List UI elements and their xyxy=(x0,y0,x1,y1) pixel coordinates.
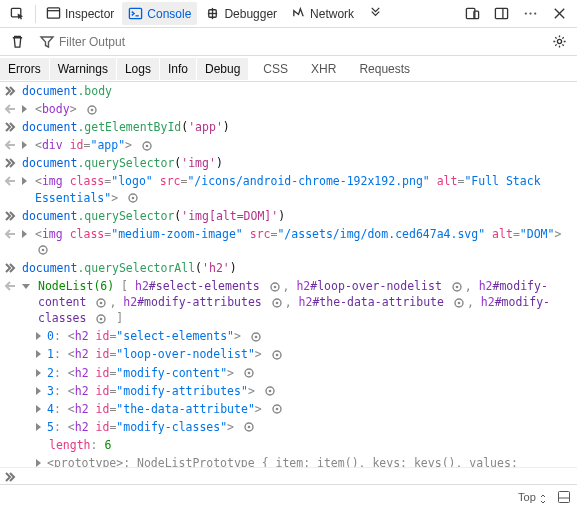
input-arrow-icon xyxy=(4,121,16,133)
devtools-toolbar: Inspector Console Debugger Network xyxy=(0,0,577,28)
filter-errors[interactable]: Errors xyxy=(0,58,50,80)
list-item[interactable]: 3: <h2 id="modify-attributes"> xyxy=(36,382,577,400)
filter-warnings[interactable]: Warnings xyxy=(50,58,117,80)
svg-rect-3 xyxy=(130,8,142,18)
inspect-icon[interactable] xyxy=(37,244,49,256)
output-line: <img class="medium-zoom-image" src="/ass… xyxy=(0,225,577,259)
filter-input[interactable] xyxy=(59,35,159,49)
kebab-menu-button[interactable] xyxy=(517,2,544,25)
svg-point-23 xyxy=(146,144,149,147)
svg-point-20 xyxy=(90,108,93,111)
filter-requests[interactable]: Requests xyxy=(351,58,419,80)
context-selector[interactable]: Top xyxy=(518,491,547,503)
close-button[interactable] xyxy=(546,2,573,25)
settings-button[interactable] xyxy=(546,30,573,53)
console-subtoolbar xyxy=(0,28,577,56)
expand-toggle[interactable] xyxy=(36,459,41,467)
inspect-icon[interactable] xyxy=(250,331,262,343)
inspect-icon[interactable] xyxy=(243,367,255,379)
filter-debug[interactable]: Debug xyxy=(197,58,249,80)
list-item[interactable]: 0: <h2 id="select-elements"> xyxy=(36,327,577,345)
inspect-icon[interactable] xyxy=(95,297,107,309)
expand-toggle[interactable] xyxy=(22,284,30,289)
input-line: document.body xyxy=(0,82,577,100)
filter-bar: Errors Warnings Logs Info Debug CSS XHR … xyxy=(0,56,577,82)
expand-toggle[interactable] xyxy=(22,230,27,238)
input-text: document.body xyxy=(22,83,571,99)
expand-toggle[interactable] xyxy=(36,369,41,377)
svg-point-13 xyxy=(529,12,531,14)
input-arrow-icon xyxy=(4,85,16,97)
prompt-line[interactable] xyxy=(0,467,577,484)
inspect-icon[interactable] xyxy=(271,403,283,415)
tab-inspector-label: Inspector xyxy=(65,7,114,21)
output-line: <body> xyxy=(0,100,577,118)
list-item[interactable]: 1: <h2 id="loop-over-nodelist"> xyxy=(36,345,577,363)
tab-network[interactable]: Network xyxy=(285,2,360,25)
inspect-icon[interactable] xyxy=(141,140,153,152)
svg-point-38 xyxy=(275,301,278,304)
expand-toggle[interactable] xyxy=(22,141,27,149)
inspect-icon[interactable] xyxy=(243,421,255,433)
expand-toggle[interactable] xyxy=(22,177,27,185)
output-arrow-icon xyxy=(4,175,16,187)
clear-console-button[interactable] xyxy=(4,30,31,53)
inspect-icon[interactable] xyxy=(269,281,281,293)
split-console-button[interactable] xyxy=(557,490,571,506)
nodelist-summary[interactable]: NodeList(6) [ h2#select-elements , h2#lo… xyxy=(38,278,571,326)
filter-logs[interactable]: Logs xyxy=(117,58,160,80)
list-item[interactable]: 2: <h2 id="modify-content"> xyxy=(36,364,577,382)
inspect-icon[interactable] xyxy=(264,385,276,397)
input-line: document.getElementById('app') xyxy=(0,118,577,136)
inspect-icon[interactable] xyxy=(271,349,283,361)
input-text: document.querySelector('img[alt=DOM]') xyxy=(22,208,571,224)
tab-console[interactable]: Console xyxy=(122,2,197,25)
nodelist-expanded: 0: <h2 id="select-elements"> 1: <h2 id="… xyxy=(0,327,577,467)
filter-xhr[interactable]: XHR xyxy=(303,58,345,80)
output-line: NodeList(6) [ h2#select-elements , h2#lo… xyxy=(0,277,577,327)
filter-css[interactable]: CSS xyxy=(255,58,297,80)
expand-toggle[interactable] xyxy=(36,423,41,431)
output-node[interactable]: <body> xyxy=(35,101,571,117)
input-arrow-icon xyxy=(4,262,16,274)
inspect-icon[interactable] xyxy=(451,281,463,293)
output-node[interactable]: <img class="medium-zoom-image" src="/ass… xyxy=(35,226,571,258)
svg-point-34 xyxy=(455,285,458,288)
input-line: document.querySelector('img[alt=DOM]') xyxy=(0,207,577,225)
output-arrow-icon xyxy=(4,280,16,292)
prototype-row[interactable]: <prototype>: NodeListPrototype { item: i… xyxy=(36,454,577,467)
expand-toggle[interactable] xyxy=(36,350,41,358)
expand-toggle[interactable] xyxy=(36,387,41,395)
input-text: document.querySelector('img') xyxy=(22,155,571,171)
input-text: document.getElementById('app') xyxy=(22,119,571,135)
more-tabs-button[interactable] xyxy=(362,2,389,25)
list-item[interactable]: 5: <h2 id="modify-classes"> xyxy=(36,418,577,436)
output-arrow-icon xyxy=(4,228,16,240)
expand-toggle[interactable] xyxy=(22,105,27,113)
expand-toggle[interactable] xyxy=(36,405,41,413)
svg-point-26 xyxy=(132,197,135,200)
dock-button[interactable] xyxy=(488,2,515,25)
list-item[interactable]: 4: <h2 id="the-data-attribute"> xyxy=(36,400,577,418)
tab-console-label: Console xyxy=(147,7,191,21)
svg-point-54 xyxy=(248,426,251,429)
filter-info[interactable]: Info xyxy=(160,58,197,80)
inspect-icon[interactable] xyxy=(95,313,107,325)
output-node[interactable]: <img class="logo" src="/icons/android-ch… xyxy=(35,173,571,205)
inspect-icon[interactable] xyxy=(453,297,465,309)
pick-element-button[interactable] xyxy=(4,2,31,25)
inspect-icon[interactable] xyxy=(271,297,283,309)
svg-point-40 xyxy=(458,301,461,304)
length-row: length: 6 xyxy=(36,436,577,454)
svg-point-36 xyxy=(100,301,103,304)
inspect-icon[interactable] xyxy=(127,192,139,204)
tab-inspector[interactable]: Inspector xyxy=(40,2,120,25)
expand-toggle[interactable] xyxy=(36,332,41,340)
status-bar: Top xyxy=(0,484,577,510)
svg-point-17 xyxy=(557,39,561,43)
tab-debugger[interactable]: Debugger xyxy=(199,2,283,25)
filter-wrap xyxy=(39,34,159,50)
inspect-icon[interactable] xyxy=(86,104,98,116)
output-node[interactable]: <div id="app"> xyxy=(35,137,571,153)
responsive-mode-button[interactable] xyxy=(459,2,486,25)
